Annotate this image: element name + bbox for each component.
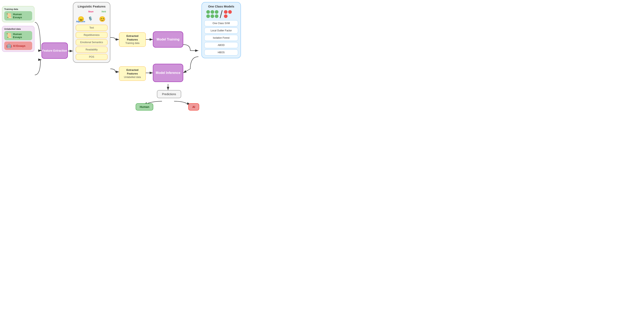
unlabelled-human-text: Human Essays [13,32,30,39]
ocm-title: One Class Models [204,4,238,8]
angry-emoji-icon: 😠 [78,16,84,22]
diagram-container: Training data 📜 Human Essays Unlabelled … [0,0,243,118]
unlabelled-group-label: Unlabelled data [4,28,32,30]
extracted-unlabelled-subtitle: Unlabelled data [124,76,141,78]
predictions-label: Predictions [162,92,176,96]
one-class-models-box: One Class Models One Class SVM [202,2,241,58]
green-circle-5 [210,14,214,18]
model-training-label: Model Training [157,38,180,41]
ocm-lof: Local Outlier Factor [204,28,238,34]
green-circle-3 [215,10,218,14]
input-column: Training data 📜 Human Essays Unlabelled … [2,6,34,56]
feat-text: Text [76,25,108,31]
human-output-label: Human [136,103,153,110]
noun-label: Noun [88,10,94,13]
human-essay-icon: 📜 [6,33,12,38]
red-circle-3 [224,14,228,18]
ocm-visualization [204,10,238,18]
green-circles-group [206,10,218,18]
divider-line [220,10,222,18]
extracted-training-title: Extracted Features [122,34,143,42]
training-box-text: Human Essays [13,13,30,19]
essay-icon: 📜 [6,13,12,18]
model-inference-box: Model Inference [153,64,183,82]
green-circle-1 [206,10,210,14]
feat-emotional-semantics: Emotional Semantics [76,39,108,45]
ocm-svm: One Class SVM [204,20,238,26]
extracted-training-subtitle: Training data [125,42,140,44]
ocm-hbos: HBOS [204,50,238,56]
happy-emoji-icon: 😊 [99,16,106,22]
empty-cell-3 [232,14,236,18]
extracted-unlabelled-title: Extracted Features [122,68,143,76]
verb-label: Verb [102,10,106,13]
training-data-group: Training data 📜 Human Essays [2,6,34,22]
ai-output-label: AI [188,103,199,110]
linguistic-icons-row: Noun Verb Adjective 😠 🎙️ 😊 [76,10,108,23]
red-circles-group [224,10,236,18]
ocm-abod: ABOD [204,42,238,48]
robot-icon: 🤖 [6,43,12,48]
empty-cell-2 [228,14,232,18]
unlabelled-human-box: 📜 Human Essays [4,31,32,40]
feat-repetitiveness: Repetitiveness [76,32,108,38]
unlabelled-ai-box: 🤖 AI Essays [4,42,32,50]
linguistic-features-title: Linguistic Features [76,4,108,8]
feature-extraction-box: Feature Extraction [42,42,68,59]
feat-pos: POS [76,54,108,60]
extracted-features-unlabelled: Extracted Features Unlabelled data [119,66,146,81]
speech-icon: 🎙️ [88,16,93,21]
feat-readability: Readability [76,46,108,53]
predictions-box: Predictions [157,90,181,98]
red-circle-2 [228,10,232,14]
extracted-features-training: Extracted Features Training data [119,32,146,47]
training-data-box: 📜 Human Essays [4,11,32,20]
linguistic-features-box: Linguistic Features Noun Verb Adjective … [73,2,110,63]
empty-cell [232,10,236,14]
model-training-box: Model Training [153,32,183,48]
green-circle-4 [206,14,210,18]
green-circle-2 [210,10,214,14]
feature-extraction-label: Feature Extraction [42,49,67,52]
unlabelled-data-group: Unlabelled data 📜 Human Essays 🤖 AI Essa… [2,26,34,52]
training-group-label: Training data [4,8,32,10]
unlabelled-ai-text: AI Essays [13,44,25,48]
ocm-isolation-forest: Isolation Forest [204,35,238,41]
model-inference-label: Model Inference [156,71,180,75]
red-circle-1 [224,10,228,14]
green-circle-6 [215,14,218,18]
